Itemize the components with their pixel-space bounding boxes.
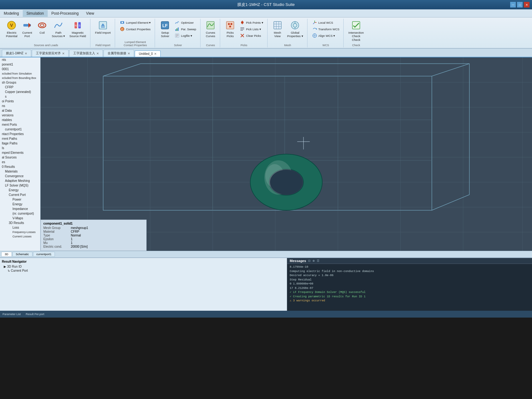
maximize-button[interactable]: □ <box>517 2 523 7</box>
intersection-check-button[interactable]: IntersectionCheckCheck <box>347 19 365 42</box>
logfile-button[interactable]: Logfile ▾ <box>173 32 198 39</box>
setup-solver-button[interactable]: LF SetupSolver <box>158 19 172 39</box>
sub-tab-3d[interactable]: 3D <box>1 252 12 257</box>
close-button[interactable]: ✕ <box>524 2 530 7</box>
result-tree-item-0[interactable]: ▶ 3D Run ID <box>2 265 285 269</box>
path-sources-button[interactable]: PathSources ▾ <box>50 19 67 39</box>
sidebar-item-al-data[interactable]: al Data <box>0 108 40 113</box>
current-port-button[interactable]: CurrentPort <box>20 19 34 39</box>
tab-2[interactable]: 工字梁加面主入 ✕ <box>69 50 103 57</box>
sidebar-item-mped-elements[interactable]: mped Elements <box>0 150 40 155</box>
intersection-group-label: Check <box>347 43 365 47</box>
menu-modeling[interactable]: Modeling <box>0 10 23 17</box>
logfile-icon <box>175 33 180 38</box>
sidebar-item-es[interactable]: es <box>0 160 40 164</box>
tab-4[interactable]: Untitled_0 ✕ <box>135 51 161 57</box>
sidebar-item-current-losses[interactable]: Current Losses <box>0 234 40 239</box>
tab-4-close[interactable]: ✕ <box>154 52 157 56</box>
lumped-element-label: Lumped Element ▾ <box>126 21 151 24</box>
electric-potential-label: ElectricPotential <box>6 31 17 38</box>
par-sweep-button[interactable]: Par. Sweep <box>173 26 198 32</box>
field-import-button[interactable]: Field Import <box>94 19 112 35</box>
sidebar-item-ltage-paths[interactable]: ltage Paths <box>0 141 40 146</box>
sidebar-item-power[interactable]: Power <box>0 197 40 202</box>
sub-tab-currentport1[interactable]: currentport1 <box>33 252 55 257</box>
coil-button[interactable]: Coil <box>35 19 49 35</box>
sidebar-item-excl-sim[interactable]: xcluded from Simulation <box>0 71 40 76</box>
sidebar-item-freq-losses[interactable]: Frequency-Losses <box>0 230 40 234</box>
svg-rect-20 <box>177 28 177 31</box>
sidebar-item-0-results[interactable]: 0 Results <box>0 164 40 169</box>
sidebar-item-rrent-paths[interactable]: rrent Paths <box>0 136 40 141</box>
menu-simulation[interactable]: Simulation <box>23 10 48 17</box>
sidebar-item-adaptive-meshing[interactable]: Adaptive Meshing <box>0 178 40 183</box>
tab-0-close[interactable]: ✕ <box>25 52 27 55</box>
clear-picks-button[interactable]: Clear Picks <box>238 32 265 39</box>
align-wcs-button[interactable]: Align WCS ▾ <box>311 32 341 39</box>
sidebar-item-0001[interactable]: 0001 <box>0 67 40 71</box>
sidebar-item-vmaps[interactable]: V-Maps <box>0 216 40 221</box>
sidebar-item-nr-currentport[interactable]: (nr. currentport) <box>0 211 40 216</box>
tab-1[interactable]: 工字梁实部宾对齐 ✕ <box>32 50 69 57</box>
minimize-button[interactable]: ─ <box>510 2 516 7</box>
sidebar-item-ment-ports[interactable]: ment Ports <box>0 122 40 127</box>
optimizer-button[interactable]: Optimizer <box>173 19 198 26</box>
picks-button[interactable]: PicksPicks <box>223 19 237 39</box>
global-properties-button[interactable]: GlobalProperties ▾ <box>286 19 305 39</box>
sidebar-item-ponent1[interactable]: ponent1 <box>0 62 40 67</box>
curves-button[interactable]: CurvesCurves <box>204 19 217 39</box>
menu-postprocessing[interactable]: Post-Processing <box>48 10 82 17</box>
messages-icon-filter[interactable]: ☰ <box>317 259 319 262</box>
messages-body: 8.17994e-10 Computing electric field in … <box>287 264 532 311</box>
sidebar-item-loss[interactable]: Loss <box>0 225 40 230</box>
sidebar-item-energy2[interactable]: Energy <box>0 202 40 207</box>
sidebar-item-copper[interactable]: Copper (annealed) <box>0 90 40 94</box>
electric-potential-button[interactable]: V ElectricPotential <box>4 19 19 39</box>
sidebar-item-nts[interactable]: nts <box>0 57 40 62</box>
sidebar-item-currentport1[interactable]: currentport1 <box>0 127 40 132</box>
sidebar-item-energy[interactable]: Energy <box>0 188 40 192</box>
sidebar-item-oi-points[interactable]: oi Points <box>0 99 40 104</box>
sidebar-item-excl-bb[interactable]: xcluded from Bounding Box <box>0 76 40 80</box>
sidebar-item-convergence[interactable]: Convergence <box>0 174 40 178</box>
magnetic-source-button[interactable]: N S MagneticSource Field <box>68 19 87 39</box>
sidebar-item-impedance[interactable]: Impedance <box>0 207 40 211</box>
sidebar-item-cfrp[interactable]: CFRP <box>0 85 40 90</box>
status-item-1[interactable]: Result Per.port <box>26 313 45 316</box>
pick-lists-button[interactable]: Pick Lists ▾ <box>238 26 265 32</box>
pick-points-button[interactable]: Pick Points ▾ <box>238 19 265 26</box>
sub-tab-schematic[interactable]: Schematic <box>12 252 32 257</box>
tab-0[interactable]: 膜皮1-1MHZ ✕ <box>2 50 31 57</box>
tab-2-close[interactable]: ✕ <box>96 52 99 55</box>
menu-view[interactable]: View <box>82 10 98 17</box>
sidebar-item-al-sources[interactable]: al Sources <box>0 155 40 160</box>
lumped-element-button[interactable]: Lumped Element ▾ <box>118 19 152 26</box>
transform-wcs-button[interactable]: Transform WCS <box>311 26 341 32</box>
sidebar-item-versions[interactable]: versions <box>0 113 40 118</box>
sidebar-item-lf-solver[interactable]: LF Solver (MQS) <box>0 183 40 188</box>
sidebar-item-materials[interactable]: Materials <box>0 169 40 174</box>
sidebar-item-ntact[interactable]: ntact Properties <box>0 132 40 136</box>
window-controls[interactable]: ─ □ ✕ <box>510 2 530 7</box>
sidebar-item-ns[interactable]: ns <box>0 104 40 108</box>
svg-point-30 <box>229 26 231 27</box>
sidebar-item-ntables[interactable]: ntables <box>0 118 40 122</box>
messages-icon-copy[interactable]: ⊡ <box>308 259 311 262</box>
sidebar-item-sh-groups[interactable]: sh Groups <box>0 80 40 85</box>
sidebar-item-s[interactable]: s <box>0 94 40 99</box>
status-item-0[interactable]: Parameter List <box>2 313 21 316</box>
messages-icon-clear[interactable]: ⊗ <box>312 259 315 262</box>
contact-properties-button[interactable]: C Contact Properties <box>118 26 152 32</box>
mesh-view-button[interactable]: MeshView <box>271 19 284 39</box>
result-tree-item-1[interactable]: ↳ Current Port <box>2 269 285 273</box>
prop-val-1: CFRP <box>71 230 79 233</box>
sidebar-item-3d-results[interactable]: 3D Results <box>0 221 40 225</box>
local-wcs-button[interactable]: Local WCS <box>311 19 341 26</box>
tab-3-close[interactable]: ✕ <box>128 52 130 55</box>
coil-icon <box>37 20 47 30</box>
sidebar-item-ls[interactable]: ls <box>0 146 40 150</box>
sidebar-item-current-port-result[interactable]: Current Port <box>0 192 40 197</box>
viewport[interactable]: component1_solid1 Mesh Group meshgroup1 … <box>41 57 532 251</box>
tab-1-close[interactable]: ✕ <box>62 52 65 55</box>
tab-3[interactable]: 全属导轨接接 ✕ <box>104 50 134 57</box>
